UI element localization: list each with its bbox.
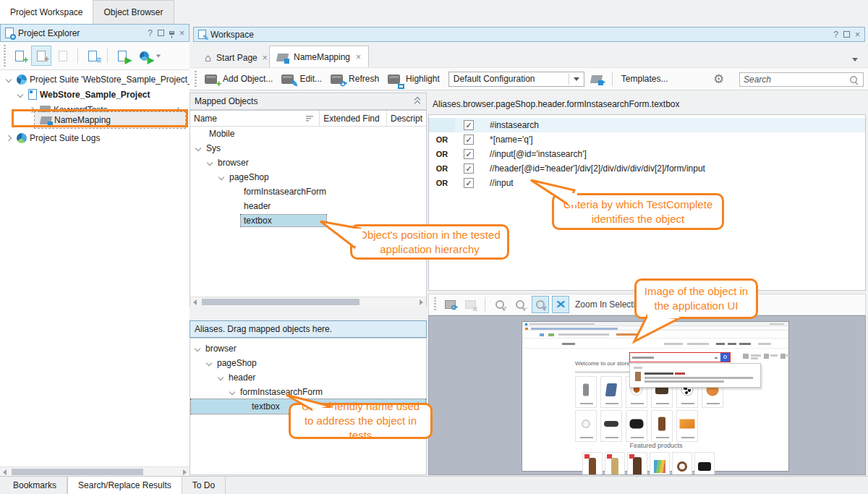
project-explorer-tree: Project Suite 'WebStore_Sample_Project_S… xyxy=(0,70,190,467)
configuration-combobox[interactable]: Default Configuration xyxy=(448,72,584,87)
highlight-button[interactable]: Highlight xyxy=(385,70,443,88)
tree-item-project[interactable]: WebStore_Sample_Project xyxy=(0,87,153,102)
criterion-checkbox[interactable] xyxy=(464,120,474,130)
help-icon[interactable]: ? xyxy=(148,28,153,38)
toolbar-grip[interactable] xyxy=(434,297,436,312)
criterion-checkbox[interactable] xyxy=(464,178,474,188)
criterion-row[interactable]: #instasearch xyxy=(429,118,865,132)
refresh-label: Refresh xyxy=(349,74,379,84)
chevron-down-icon[interactable] xyxy=(218,174,224,180)
chevron-down-icon[interactable] xyxy=(195,346,200,352)
fit-to-window-button[interactable]: ✕ xyxy=(552,296,569,313)
maximize-icon[interactable] xyxy=(843,31,850,38)
search-input[interactable]: Search xyxy=(739,72,864,87)
tree-item-browser[interactable]: browser xyxy=(190,156,426,170)
column-name[interactable]: Name xyxy=(190,111,320,126)
column-description[interactable]: Descript xyxy=(387,111,426,126)
tab-list-caret[interactable] xyxy=(852,58,858,61)
close-icon[interactable]: × xyxy=(263,53,268,63)
search-icon[interactable] xyxy=(849,75,859,85)
add-existing-item-button[interactable]: + xyxy=(31,46,51,66)
tab-object-browser[interactable]: Object Browser xyxy=(93,0,174,24)
add-new-item-button[interactable]: + xyxy=(9,46,30,66)
chevron-down-icon[interactable] xyxy=(207,160,213,166)
tree-item-forminstasearchform[interactable]: formInstasearchForm xyxy=(190,184,426,199)
mapped-objects-hscrollbar[interactable] xyxy=(190,297,426,307)
update-mapping-button[interactable]: ⟳ xyxy=(587,70,606,88)
toolbar-grip[interactable] xyxy=(195,71,197,87)
tab-project-workspace-label: Project Workspace xyxy=(10,7,82,17)
gear-icon[interactable] xyxy=(713,72,724,87)
refresh-button[interactable]: ⟳ Refresh xyxy=(328,70,382,88)
tree-item-pageshop[interactable]: pageShop xyxy=(190,170,426,184)
chevron-down-icon[interactable] xyxy=(6,76,12,82)
chevron-down-icon[interactable] xyxy=(195,145,201,151)
alias-item-browser[interactable]: browser xyxy=(190,341,426,356)
project-icon xyxy=(28,89,37,100)
criterion-row[interactable]: OR //header[@id='header']/div[2]/div/div… xyxy=(429,161,865,176)
tree-item-mobile[interactable]: Mobile xyxy=(190,127,426,141)
run-dropdown-caret[interactable] xyxy=(156,54,161,57)
tab-search-replace-results[interactable]: Search/Replace Results xyxy=(67,477,182,494)
zoom-in-button[interactable]: + xyxy=(491,296,509,313)
tab-project-workspace[interactable]: Project Workspace xyxy=(0,0,93,24)
zoom-in-selection-button[interactable]: ● xyxy=(532,296,549,313)
tab-start-page[interactable]: ⌂ Start Page × xyxy=(199,48,273,67)
run-project-button[interactable]: ▶ xyxy=(112,46,132,66)
callout-image-tail xyxy=(626,312,684,344)
organize-items-button[interactable]: ≡ xyxy=(82,46,103,66)
add-object-button[interactable]: + Add Object... xyxy=(202,70,276,88)
chevron-down-icon[interactable] xyxy=(218,375,224,380)
alias-pageshop-label: pageShop xyxy=(214,357,260,369)
edit-button[interactable]: ✎ Edit... xyxy=(278,70,325,88)
document-tab-strip: ⌂ Start Page × NameMapping × xyxy=(190,42,868,67)
close-icon[interactable]: × xyxy=(356,52,361,62)
highlight-icon xyxy=(388,74,400,84)
criterion-checkbox[interactable] xyxy=(464,163,474,174)
tab-bookmarks[interactable]: Bookmarks xyxy=(3,477,67,494)
templates-button[interactable]: Templates... xyxy=(618,70,671,88)
project-explorer-hscrollbar[interactable] xyxy=(0,467,190,476)
pin-icon[interactable] xyxy=(169,31,174,35)
column-extended-find[interactable]: Extended Find xyxy=(320,111,387,126)
tree-item-header[interactable]: header xyxy=(190,199,426,213)
toolbar-grip[interactable] xyxy=(4,45,6,67)
alias-item-pageshop[interactable]: pageShop xyxy=(190,356,426,370)
update-image-button[interactable]: ⟳ xyxy=(441,296,459,313)
alias-header-label: header xyxy=(226,372,258,383)
tree-item-sys[interactable]: Sys xyxy=(190,141,426,156)
mobile-label: Mobile xyxy=(206,128,237,140)
maximize-icon[interactable] xyxy=(158,30,164,36)
tree-item-project-suite[interactable]: Project Suite 'WebStore_Sample_Project_S… xyxy=(0,72,210,87)
alias-textbox-label: textbox xyxy=(191,401,283,412)
textbox-label: textbox xyxy=(241,215,326,226)
close-icon[interactable]: × xyxy=(179,28,184,38)
zoom-out-button[interactable]: − xyxy=(511,296,529,313)
delete-image-button[interactable]: ✕ xyxy=(461,296,479,313)
chevron-down-icon[interactable] xyxy=(17,91,23,97)
close-icon[interactable]: × xyxy=(855,30,860,40)
criterion-checkbox[interactable] xyxy=(464,135,474,145)
callout-alias-tail xyxy=(282,391,336,415)
criterion-checkbox[interactable] xyxy=(464,149,474,159)
criterion-row[interactable]: OR *[name='q'] xyxy=(429,132,865,147)
criterion-row[interactable]: OR //input[@id='instasearch'] xyxy=(429,147,865,161)
criterion-row[interactable]: OR //input xyxy=(429,176,865,190)
run-suite-button[interactable]: ▶ xyxy=(134,46,154,66)
collapse-icon[interactable] xyxy=(414,98,422,105)
or-label xyxy=(429,118,455,132)
alias-item-header[interactable]: header xyxy=(190,370,426,385)
open-item-button[interactable] xyxy=(53,46,73,66)
or-label: OR xyxy=(429,135,455,144)
project-explorer-header: Project Explorer ? × xyxy=(0,24,190,42)
tab-namemapping[interactable]: NameMapping × xyxy=(269,46,369,68)
tree-item-project-suite-logs[interactable]: Project Suite Logs xyxy=(0,130,103,145)
tab-todo[interactable]: To Do xyxy=(182,477,226,494)
combobox-caret[interactable] xyxy=(574,77,579,81)
callout-hierarchy: Object's position in the tested applicat… xyxy=(350,224,509,260)
chevron-down-icon[interactable] xyxy=(206,360,212,366)
help-icon[interactable]: ? xyxy=(833,30,838,40)
chevron-right-icon[interactable] xyxy=(6,135,12,140)
criterion-value: *[name='q'] xyxy=(490,135,533,145)
chevron-down-icon[interactable] xyxy=(229,389,235,395)
